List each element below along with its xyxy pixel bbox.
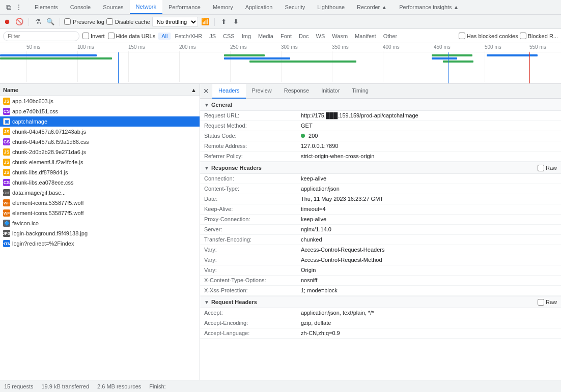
list-item[interactable]: CS chunk-04a457a6.f59a1d86.css [0,137,200,147]
filter-chips: All Fetch/XHR JS CSS Img Media Font Doc … [158,33,400,40]
ico-icon: 🔷 [3,220,10,227]
css-icon: CS [3,108,10,115]
detail-row: Connection: keep-alive [200,174,561,184]
file-name: login-background.f9f49138.jpg [12,230,88,236]
detail-tab-preview[interactable]: Preview [246,84,278,99]
detail-tab-timing[interactable]: Timing [346,84,375,99]
file-name: app.e7d0b151.css [12,108,58,114]
filter-chip-media[interactable]: Media [255,33,276,40]
hide-data-urls-checkbox[interactable]: Hide data URLs [108,33,156,39]
filter-chip-font[interactable]: Font [277,33,295,40]
separator-2 [60,18,60,26]
dock-icon[interactable]: ⧉ [4,3,13,12]
detail-row: Vary: Access-Control-Request-Method [200,255,561,265]
list-item[interactable]: GIF data:image/gif;base... [0,188,200,198]
detail-tab-initiator[interactable]: Initiator [315,84,346,99]
list-item[interactable]: CS app.e7d0b151.css [0,106,200,116]
filter-chip-img[interactable]: Img [239,33,254,40]
throttle-select[interactable]: No throttling [152,17,198,27]
list-item[interactable]: JS chunk-2d0b2b28.9e271da6.js [0,147,200,157]
list-item[interactable]: JS chunk-04a457a6.071243ab.js [0,127,200,137]
tab-lighthouse[interactable]: Lighthouse [311,0,351,14]
clear-button[interactable]: 🚫 [14,17,24,27]
file-name: chunk-libs.df8799d4.js [12,169,68,175]
export-button[interactable]: ⬇ [231,17,241,27]
record-button[interactable]: ⏺ [2,17,12,27]
timeline-bar [0,54,97,56]
list-item[interactable]: JS chunk-libs.df8799d4.js [0,167,200,177]
list-item[interactable]: HTM login?redirect=%2Findex [0,238,200,249]
preserve-log-checkbox[interactable]: Preserve log [64,18,104,25]
tab-application[interactable]: Application [239,0,279,14]
filter-bar: Invert Hide data URLs All Fetch/XHR JS C… [0,29,561,43]
list-item[interactable]: JS app.140bc603.js [0,96,200,106]
filter-chip-js[interactable]: JS [206,33,219,40]
list-item[interactable]: WF element-icons.535877f5.woff [0,198,200,208]
raw-checkbox-request[interactable]: Raw [538,299,557,306]
filter-chip-other[interactable]: Other [380,33,401,40]
list-item[interactable]: JS chunk-elementUI.f2a4fc4e.js [0,157,200,167]
sort-arrow[interactable]: ▲ [191,87,197,93]
timeline-bar [443,61,473,63]
tick-350ms: 350 ms [332,44,349,50]
detail-key: Referrer Policy: [200,152,297,161]
list-item[interactable]: 🔷 favicon.ico [0,218,200,228]
detail-key: Remote Address: [200,141,297,150]
tab-sources[interactable]: Sources [97,0,129,14]
filter-chip-css[interactable]: CSS [220,33,238,40]
search-button[interactable]: 🔍 [45,17,55,27]
has-blocked-checkbox[interactable]: Has blocked cookies [459,33,518,39]
filter-chip-all[interactable]: All [158,33,171,40]
filter-icon-button[interactable]: ⚗ [33,17,43,27]
more-icon[interactable]: ⋮ [13,3,24,11]
detail-val: nginx/1.14.0 [297,225,561,234]
list-item[interactable]: CS chunk-libs.ea078ece.css [0,177,200,188]
detail-val: timeout=4 [297,204,561,214]
list-item[interactable]: JPG login-background.f9f49138.jpg [0,228,200,238]
detail-row: Accept-Encoding: gzip, deflate [200,318,561,328]
tab-performance[interactable]: Performance [162,0,207,14]
disable-cache-checkbox[interactable]: Disable cache [106,18,150,25]
tab-recorder[interactable]: Recorder ▲ [351,0,393,14]
list-item[interactable]: WF element-icons.535877f5.woff [0,208,200,218]
tab-network[interactable]: Network [130,0,162,14]
detail-tab-response[interactable]: Response [278,84,316,99]
css-icon: CS [3,179,10,186]
tick-50ms: 50 ms [26,44,40,50]
tab-perf-insights[interactable]: Performance insights ▲ [393,0,465,14]
list-item-selected[interactable]: ▣ captchaImage [0,116,200,127]
invert-checkbox[interactable]: Invert [82,33,105,39]
detail-key: X-Xss-Protection: [200,286,297,295]
has-blocked: Has blocked cookies Blocked R... [459,33,558,39]
tab-security[interactable]: Security [278,0,311,14]
filter-chip-fetch[interactable]: Fetch/XHR [172,33,205,40]
detail-val: 200 [297,131,561,140]
filter-chip-doc[interactable]: Doc [296,33,312,40]
file-name: chunk-libs.ea078ece.css [12,179,73,186]
close-detail-button[interactable]: ✕ [200,84,212,99]
timeline-bar [487,54,538,56]
detail-val: application/json [297,184,561,193]
detail-key: Accept: [200,308,297,317]
raw-checkbox[interactable]: Raw [538,165,557,171]
detail-val: 127.0.0.1:7890 [297,141,561,150]
filter-chip-manifest[interactable]: Manifest [352,33,379,40]
timeline-ruler: 50 ms 100 ms 150 ms 200 ms 250 ms 300 ms… [0,43,561,52]
tick-150ms: 150 ms [128,44,145,50]
wifi-icon-button[interactable]: 📶 [200,17,210,27]
blocked-r-checkbox[interactable]: Blocked R... [520,33,558,39]
tab-console[interactable]: Console [64,0,97,14]
tab-memory[interactable]: Memory [207,0,239,14]
import-button[interactable]: ⬆ [219,17,229,27]
triangle-icon: ▼ [204,299,209,305]
filter-chip-ws[interactable]: WS [313,33,328,40]
timeline[interactable]: 50 ms 100 ms 150 ms 200 ms 250 ms 300 ms… [0,43,561,84]
tab-elements[interactable]: Elements [29,0,64,14]
detail-key: Connection: [200,174,297,183]
filter-chip-wasm[interactable]: Wasm [329,33,351,40]
detail-tab-headers[interactable]: Headers [212,84,246,99]
timeline-marker-blue [118,52,119,84]
detail-row-request-url: Request URL: http://175.███.159.159/prod… [200,111,561,121]
detail-val: gzip, deflate [297,318,561,327]
filter-input[interactable] [3,31,79,41]
